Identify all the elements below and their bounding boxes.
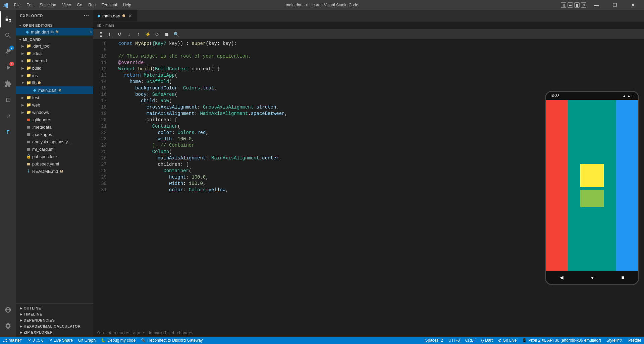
menu-terminal[interactable]: Terminal bbox=[99, 2, 119, 8]
phone-back-button[interactable]: ◀ bbox=[560, 275, 564, 280]
tree-item-android[interactable]: ▶ 📁 android bbox=[16, 57, 93, 64]
readme-badge: M bbox=[60, 169, 63, 173]
tree-item-idea[interactable]: ▶ 📁 .idea bbox=[16, 50, 93, 57]
panel-toggle-icon[interactable]: ▬ bbox=[568, 2, 573, 8]
activity-accounts-icon[interactable] bbox=[0, 302, 16, 318]
activity-explorer-icon[interactable] bbox=[0, 11, 16, 27]
activity-live-share-icon[interactable]: ↗ bbox=[0, 108, 16, 124]
dependencies-section[interactable]: ▶ DEPENDENCIES bbox=[16, 317, 93, 323]
tree-item-lib[interactable]: ▼ 📁 lib bbox=[16, 79, 93, 86]
open-editors-section[interactable]: ▼ OPEN EDITORS bbox=[16, 23, 93, 28]
test-label: test bbox=[32, 95, 39, 100]
activity-flutter-icon[interactable]: F bbox=[0, 124, 16, 140]
activity-source-control-icon[interactable]: 2 bbox=[0, 44, 16, 60]
timeline-section[interactable]: ▶ TIMELINE bbox=[16, 311, 93, 317]
activity-remote-icon[interactable]: ⊡ bbox=[0, 92, 16, 108]
status-prettier[interactable]: Prettier bbox=[626, 337, 644, 344]
zip-explorer-section[interactable]: ▶ ZIP EXPLORER bbox=[16, 329, 93, 335]
tree-item-metadata[interactable]: ◼ .metadata bbox=[16, 123, 93, 131]
phone-recent-button[interactable]: ■ bbox=[622, 275, 624, 280]
breadcrumb-lib[interactable]: lib bbox=[97, 23, 101, 28]
debug-hot-reload-button[interactable]: ⚡ bbox=[144, 30, 152, 38]
outline-section[interactable]: ▶ OUTLINE bbox=[16, 305, 93, 311]
phone-home-button[interactable]: ● bbox=[591, 275, 594, 280]
tree-item-pubspec-lock[interactable]: 🔒 pubspec.lock bbox=[16, 153, 93, 160]
status-errors[interactable]: ✕ 0 ⚠ 0 bbox=[25, 337, 46, 344]
phone-time: 10:33 bbox=[550, 94, 559, 98]
menu-view[interactable]: View bbox=[59, 2, 73, 8]
debug-restart-button[interactable]: ↺ bbox=[116, 30, 123, 38]
windows-label: windows bbox=[32, 110, 49, 115]
debug-stop-button[interactable]: ⏹ bbox=[163, 30, 170, 38]
split-editor-icon[interactable]: ▐▌ bbox=[574, 2, 580, 8]
status-git-graph[interactable]: Git Graph bbox=[75, 337, 98, 344]
main-dart-label: main.dart bbox=[38, 88, 56, 93]
debug-inspect-button[interactable]: 🔍 bbox=[172, 30, 180, 38]
tree-item-iml[interactable]: ◼ mi_card.iml bbox=[16, 145, 93, 153]
sidebar-more-icon[interactable]: ··· bbox=[84, 13, 89, 19]
android-label: android bbox=[32, 58, 47, 63]
tree-item-dart-tool[interactable]: ▶ 📁 .dart_tool bbox=[16, 42, 93, 50]
tree-item-windows[interactable]: ▶ 📁 windows bbox=[16, 109, 93, 116]
status-reconnect[interactable]: 🔌 Reconnect to Discord Gateway bbox=[138, 337, 205, 344]
breadcrumb-main[interactable]: main bbox=[105, 23, 114, 28]
tree-item-readme[interactable]: ℹ README.md M bbox=[16, 167, 93, 175]
activity-extensions-icon[interactable] bbox=[0, 76, 16, 92]
tree-item-test[interactable]: ▶ 📁 test bbox=[16, 94, 93, 101]
open-editor-item[interactable]: ◆ main.dart lib M ✕ bbox=[16, 28, 93, 36]
status-live-share[interactable]: ↗ Live Share bbox=[46, 337, 75, 344]
light-bulb-icon[interactable]: 💡 bbox=[110, 187, 110, 193]
status-encoding[interactable]: UTF-8 bbox=[446, 337, 463, 344]
status-bar: ⎇ master* ✕ 0 ⚠ 0 ↗ Live Share Git Graph… bbox=[0, 337, 644, 344]
status-spaces[interactable]: Spaces: 2 bbox=[423, 337, 446, 344]
activity-search-icon[interactable] bbox=[0, 27, 16, 44]
grid-icon[interactable]: ⊞ bbox=[581, 2, 586, 8]
mi-card-section[interactable]: ▼ MI_CARD bbox=[16, 37, 93, 42]
code-editor[interactable]: const MyApp({Key? key}) : super(key: key… bbox=[110, 39, 540, 337]
sidebar-toggle-icon[interactable]: ▐ bbox=[561, 2, 566, 8]
menu-edit[interactable]: Edit bbox=[24, 2, 36, 8]
restore-button[interactable]: ❐ bbox=[607, 0, 623, 10]
tree-item-main-dart[interactable]: ◆ main.dart M bbox=[16, 86, 93, 94]
tree-item-ios[interactable]: ▶ 📁 ios bbox=[16, 72, 93, 79]
status-branch[interactable]: ⎇ master* bbox=[0, 337, 25, 344]
code-line-20: children: [ bbox=[113, 117, 540, 123]
tree-item-pubspec-yaml[interactable]: ◼ pubspec.yaml bbox=[16, 160, 93, 167]
hexdecimal-section[interactable]: ▶ HEXADECIMAL CALCULATOR bbox=[16, 323, 93, 329]
tab-main-dart[interactable]: ◆ main.dart ✕ bbox=[93, 10, 138, 21]
tree-item-gitignore[interactable]: ◼ .gitignore bbox=[16, 116, 93, 123]
status-device[interactable]: 📱 Pixel 2 XL API 30 (android-x86 emulato… bbox=[519, 337, 604, 344]
tab-bar: ◆ main.dart ✕ bbox=[93, 10, 644, 22]
device-label: Pixel 2 XL API 30 (android-x86 emulator) bbox=[528, 338, 601, 343]
menu-selection[interactable]: Selection bbox=[37, 2, 59, 8]
tab-close-icon[interactable]: ✕ bbox=[127, 13, 133, 19]
debug-pause-button[interactable]: ⏸ bbox=[107, 30, 114, 38]
debug-step-into-button[interactable]: ↑ bbox=[135, 30, 142, 38]
menu-file[interactable]: File bbox=[11, 2, 23, 8]
menu-run[interactable]: Run bbox=[86, 2, 98, 8]
minimize-button[interactable]: — bbox=[589, 0, 604, 10]
line-num-13: 13 bbox=[93, 72, 107, 79]
idea-folder-icon: 📁 bbox=[25, 51, 32, 56]
activity-settings-icon[interactable] bbox=[0, 318, 16, 334]
open-editor-close-icon[interactable]: ✕ bbox=[89, 30, 92, 34]
status-go-live[interactable]: ⊙ Go Live bbox=[495, 337, 519, 344]
status-line-ending[interactable]: CRLF bbox=[463, 337, 478, 344]
code-line-14: home: Scaffold( bbox=[113, 79, 540, 85]
tree-item-web[interactable]: ▶ 📁 web bbox=[16, 101, 93, 109]
build-folder-icon: 📁 bbox=[25, 66, 32, 70]
close-button[interactable]: ✕ bbox=[625, 0, 641, 10]
lib-modified-dot bbox=[38, 81, 41, 84]
debug-hot-restart-button[interactable]: ⟳ bbox=[154, 30, 161, 38]
debug-step-over-button[interactable]: ↓ bbox=[125, 30, 133, 38]
status-language[interactable]: {} Dart bbox=[478, 337, 495, 344]
tree-item-build[interactable]: ▶ 📁 build bbox=[16, 64, 93, 72]
status-debug-my-code[interactable]: 🐛 Debug my code bbox=[98, 337, 138, 344]
phone-status-bar: 10:33 ▲ ▲ □ bbox=[546, 92, 638, 100]
activity-run-icon[interactable]: 1 bbox=[0, 60, 16, 76]
tree-item-packages[interactable]: ◼ .packages bbox=[16, 131, 93, 138]
status-stylelint[interactable]: Stylelint+ bbox=[604, 337, 626, 344]
menu-help[interactable]: Help bbox=[120, 2, 134, 8]
menu-go[interactable]: Go bbox=[74, 2, 85, 8]
tree-item-analysis[interactable]: ◼ analysis_options.y... bbox=[16, 138, 93, 145]
